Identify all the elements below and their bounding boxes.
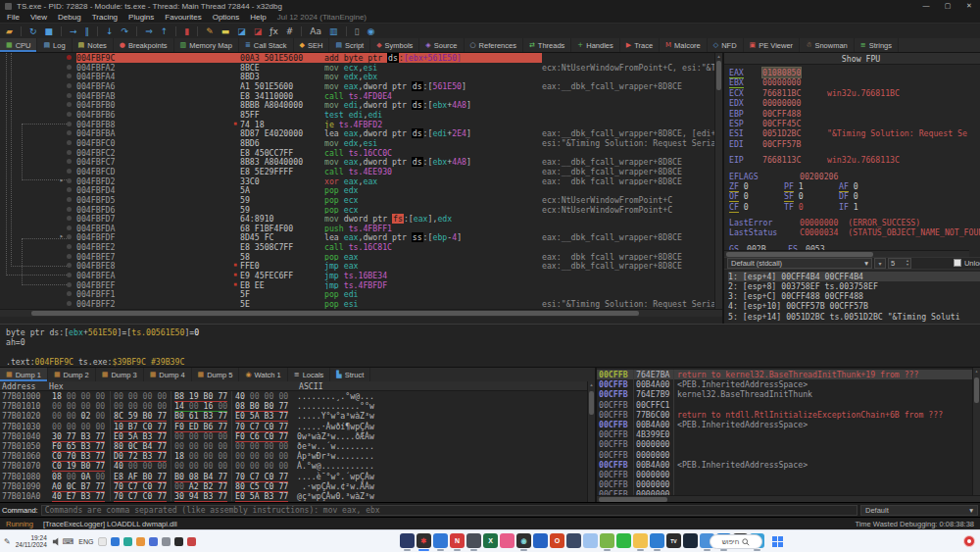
taskbar-clock[interactable]: 19:24 24/11/2024 [16,534,47,549]
menu-item-options[interactable]: Options [213,13,240,22]
taskbar-app-icon[interactable] [583,533,598,548]
taskbar-app-icon[interactable] [533,533,548,548]
animate-icon[interactable]: ▮ [184,25,189,38]
tab-log[interactable]: ▤Log [37,38,72,52]
tray-icon[interactable] [136,537,145,546]
flag-cell[interactable]: PF 1 [784,181,839,191]
taskbar-app-icon[interactable] [633,533,648,548]
dump-row[interactable]: 77B0102000 00 02 008C 59 B0 77B0 61 B3 7… [0,411,595,421]
breakpoint-dot[interactable] [67,102,72,107]
tray-icon[interactable] [187,537,196,546]
tab-dump-5[interactable]: ▦Dump 5 [192,368,240,381]
dump-row[interactable]: 77B01050F0 65 B3 7780 0C B4 7700 00 00 0… [0,441,595,451]
breakpoint-dot[interactable] [67,291,72,296]
taskbar-app-icon[interactable] [500,533,514,548]
dump-vertical-scrollbar[interactable]: ▴ [587,381,595,502]
tab-script[interactable]: ▤Script [329,38,370,52]
flag-cell[interactable]: TF 0 [784,202,839,212]
taskbar-app-icon[interactable] [650,533,664,548]
taskbar-app-icon[interactable]: X [483,533,498,548]
stack-row[interactable]: 00CFFB77B6C00return to ntdll.RtlInitiali… [597,410,980,420]
dump-row[interactable]: 77B0104030 77 B3 77E0 5A B3 7700 00 00 0… [0,431,595,441]
tray-icon[interactable] [162,537,171,546]
stack-horizontal-scrollbar[interactable] [597,495,980,502]
tab-dump-2[interactable]: ▦Dump 2 [48,368,96,381]
open-file-icon[interactable]: ▰ [6,25,13,38]
disasm-row[interactable]: 004FBFD559pop ecxecx:NtUserWindowFromPoi… [0,195,722,205]
step-out-icon[interactable]: ↑ [161,25,169,38]
taskbar-app-icon[interactable] [466,533,481,548]
breakpoint-dot[interactable] [67,159,72,164]
stack-row[interactable]: 00CFFB4B399E0 [597,429,980,439]
breakpoint-dot[interactable] [67,273,72,277]
hash-icon[interactable]: # [286,25,294,38]
run-icon[interactable]: → [70,25,77,38]
dump-row[interactable]: 77B0103000 00 00 0010 B7 C0 77F0 ED B6 7… [0,422,595,431]
window-icon[interactable]: ▯ [355,25,360,38]
disasm-row[interactable]: 004FBFB08BBB A8040000mov edi,dword ptr d… [0,100,722,110]
stack-row[interactable]: 00CFFB00CFFC1 [597,400,980,410]
flag-cell[interactable]: OF 0 [729,191,784,201]
maximize-button[interactable]: ▢ [937,0,958,12]
breakpoint-dot[interactable] [67,187,72,192]
register-row[interactable]: EDX00000000 [729,98,980,108]
register-value[interactable]: 00000000 [762,77,801,87]
dump-row[interactable]: 77B01070C0 19 B0 7740 00 00 0000 00 00 0… [0,461,595,471]
notes-icon[interactable]: ▬ [221,25,230,38]
register-row[interactable]: EIP7668113Cwin32u.7668113C [729,155,980,165]
breakpoint-dot[interactable] [67,282,72,287]
disasm-row[interactable]: 004FBFA28BCEmov ecx,esiecx:NtUserWindowF… [0,63,722,73]
dump-row[interactable]: 77B0101000 00 00 0000 00 00 0014 00 16 0… [0,401,595,411]
disasm-row[interactable]: ▸004FBFD233C0xor eax,eaxeax:__dbk_fcall_… [0,176,722,186]
disasm-row[interactable]: 004FBFB685FFtest edi,edi [0,110,722,120]
flags-row[interactable]: ZF 0PF 1AF 0 [729,181,980,191]
taskbar-app-icon[interactable] [600,533,614,548]
register-value[interactable]: 766811BC [762,88,801,98]
breakpoint-dot[interactable] [67,112,72,117]
menu-item-tracing[interactable]: Tracing [92,13,118,22]
breakpoint-dot[interactable] [67,244,72,249]
register-row[interactable]: EBX00000000 [729,77,980,87]
tab-symbols[interactable]: ◆Symbols [370,38,419,52]
register-row[interactable]: EDI00CFF57B [729,139,980,149]
disasm-row[interactable]: 004FBFF25Epop esiesi:"&Timing Solution: … [0,299,722,309]
breakpoint-dot[interactable] [67,55,72,60]
tab-snowman[interactable]: ☃Snowman [800,38,855,52]
breakpoint-dot[interactable] [67,207,72,212]
dump-row[interactable]: 77B0108008 00 0A 00E8 AF B0 77B0 08 B4 7… [0,472,595,481]
disasm-row[interactable]: 004FBFE2E8 3508C7FFcall ts.16C81C [0,242,722,252]
taskbar-app-icon[interactable]: ✱ [416,533,431,548]
tab-dump-4[interactable]: ▦Dump 4 [144,368,192,381]
stack-row[interactable]: 00CFFB764E7B9kernel32.BaseThreadInitThun… [597,389,980,399]
disasm-row[interactable]: 004FBF9C00A3 501E5600add byte ptr ds:[eb… [0,53,722,63]
dump-row[interactable]: 77B0100018 00 00 0000 00 00 00B8 19 B0 7… [0,391,595,401]
tab-locals[interactable]: ≡Locals [288,368,331,381]
disasm-row[interactable]: 004FBFE758pop eaxeax:__dbk_fcall_wrapper… [0,252,722,262]
tab-watch-1[interactable]: ◉Watch 1 [239,368,287,381]
tab-call-stack[interactable]: ≣Call Stack [239,38,294,52]
taskbar-app-icon[interactable] [683,533,698,548]
tab-pe-viewer[interactable]: ▣PE Viewer [744,38,801,52]
flag-cell[interactable]: ZF 0 [729,181,784,191]
stop-icon[interactable]: ■ [44,25,53,38]
pencil-icon[interactable]: ✎ [206,25,214,38]
breakpoint-dot[interactable] [67,301,72,306]
breakpoint-dot[interactable] [67,254,72,259]
taskbar-app-icon[interactable]: N [450,533,465,548]
register-value[interactable]: 01080850 [762,68,801,77]
taskbar-app-icon[interactable] [400,533,415,548]
menu-item-help[interactable]: Help [250,13,266,22]
tray-icon[interactable] [149,537,158,546]
disasm-row[interactable]: 004FBFC08BD6mov edx,esiesi:"&Timing Solu… [0,138,722,148]
breakpoint-dot[interactable] [67,93,72,98]
dump-row[interactable]: 77B010A040 E7 B3 7770 C7 C0 7730 94 B3 7… [0,491,595,501]
breakpoint-dot[interactable] [67,83,72,88]
taskbar-app-icon[interactable]: TV [666,533,681,548]
breakpoint-dot[interactable] [67,74,72,78]
stack-argument-row[interactable]: 1: [esp+4] 00CFF4B4 00CFF4B4 [728,272,980,281]
menu-item-plugins[interactable]: Plugins [128,13,154,22]
disasm-row[interactable]: 004FBFEFEB EEjmp ts.4FBFDF▪ [0,280,722,290]
pause-icon[interactable]: ∥ [85,25,90,38]
taskbar-app-icon[interactable] [566,533,581,548]
eraser-red-icon[interactable]: ◪ [254,25,263,38]
